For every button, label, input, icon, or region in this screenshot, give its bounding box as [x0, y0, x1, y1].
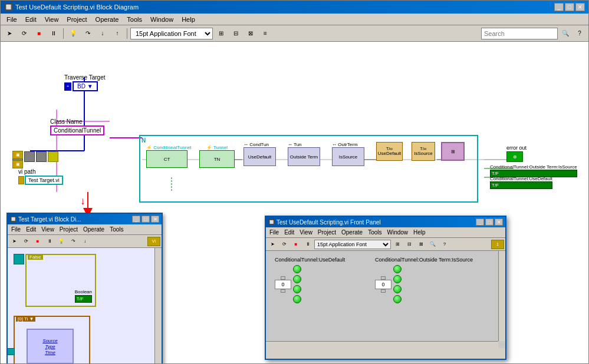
- fp-led2-4[interactable]: [393, 295, 402, 303]
- align-btn[interactable]: ⊞: [215, 27, 228, 40]
- fp-run-cont-btn[interactable]: ⟳: [279, 240, 289, 249]
- help-button[interactable]: ?: [573, 27, 586, 40]
- traverse-target-value[interactable]: BD ▼: [73, 81, 98, 91]
- abort-btn[interactable]: ■: [32, 27, 45, 40]
- class-name-value[interactable]: ConditionalTunnel: [50, 125, 104, 135]
- traverse-target-group: Traverse Target + BD ▼: [64, 74, 105, 91]
- pause-btn[interactable]: ⏸: [47, 27, 60, 40]
- fp-menu-window[interactable]: Window: [384, 229, 410, 236]
- subvi-time[interactable]: Time: [45, 350, 55, 355]
- fp-led1-4[interactable]: [293, 295, 301, 303]
- fp-menu-file[interactable]: File: [267, 229, 281, 236]
- fp-led1-1[interactable]: [293, 265, 301, 273]
- fp-search-btn[interactable]: 🔍: [427, 240, 438, 249]
- minimize-button[interactable]: _: [554, 3, 564, 11]
- child-step-into[interactable]: ↓: [80, 237, 90, 246]
- menu-file[interactable]: File: [3, 15, 21, 24]
- fp-dist-btn[interactable]: ⊟: [404, 240, 414, 249]
- fp-led2-3[interactable]: [393, 285, 402, 293]
- conn-icon-1: ▣: [12, 151, 23, 159]
- distribute-btn[interactable]: ⊟: [229, 27, 242, 40]
- close-button[interactable]: ✕: [575, 3, 585, 11]
- child-scrollbar-v[interactable]: [154, 248, 162, 363]
- menu-project[interactable]: Project: [63, 15, 90, 24]
- fp-leds2: [393, 265, 402, 303]
- step-out-btn[interactable]: ↑: [111, 27, 124, 40]
- red-arrow: ↓: [80, 195, 85, 207]
- fp-run-btn[interactable]: ➤: [267, 240, 278, 249]
- fp-indicator2-label: ConditionalTunnel:Outside Term:IsSource: [375, 257, 473, 263]
- reorder-btn[interactable]: ≡: [259, 27, 272, 40]
- fp-led2-1[interactable]: [393, 265, 402, 273]
- fp-vi-icon: 1: [491, 240, 504, 249]
- fp-menu-view[interactable]: View: [297, 229, 315, 236]
- fp-menu-tools[interactable]: Tools: [366, 229, 384, 236]
- child-light-btn[interactable]: 💡: [56, 237, 67, 246]
- fp-app-icon: 🔲: [268, 219, 275, 225]
- outrterm-body: IsSource: [332, 147, 364, 166]
- title-bar-left: 🔲 Test UseDefault Scripting.vi Block Dia…: [4, 3, 139, 11]
- child-minimize-btn[interactable]: _: [132, 216, 140, 223]
- child-abort-btn[interactable]: ■: [32, 237, 43, 246]
- menu-help[interactable]: Help: [178, 15, 199, 24]
- child-menu-file[interactable]: File: [9, 226, 23, 233]
- child-menu-edit[interactable]: Edit: [24, 226, 38, 233]
- child-maximize-btn[interactable]: □: [142, 216, 150, 223]
- run-arrow-btn[interactable]: ➤: [3, 27, 16, 40]
- subvi-icon[interactable]: [48, 151, 58, 162]
- fp-scrollbar-h[interactable]: [266, 341, 498, 348]
- fp-num2-down[interactable]: [381, 289, 386, 293]
- fp-num1-down[interactable]: [281, 289, 285, 293]
- vi-path-value[interactable]: Test Target.vi: [25, 176, 63, 185]
- child-step-over[interactable]: ↷: [68, 237, 78, 246]
- fp-led2-2[interactable]: [393, 275, 402, 283]
- menu-tools[interactable]: Tools: [123, 15, 146, 24]
- menu-window[interactable]: Window: [147, 15, 177, 24]
- fp-resize-btn[interactable]: ⊠: [416, 240, 426, 249]
- fp-menu-edit[interactable]: Edit: [282, 229, 297, 236]
- array-selector-label: [0] Ti ▼: [16, 316, 35, 322]
- issource-icon: T/∞: [420, 147, 426, 151]
- child-menu-tools[interactable]: Tools: [107, 226, 126, 233]
- fp-num2-container: 0: [375, 276, 391, 293]
- search-button[interactable]: 🔍: [559, 27, 572, 40]
- fp-pause-btn[interactable]: ⏸: [302, 240, 313, 249]
- output2-label: ConditionalTunnel:UseDefault: [490, 176, 552, 181]
- menu-view[interactable]: View: [41, 15, 62, 24]
- child-menu-view[interactable]: View: [39, 226, 57, 233]
- run-cont-btn[interactable]: ⟳: [18, 27, 31, 40]
- font-dropdown[interactable]: 15pt Application Font: [130, 28, 213, 39]
- subvi-source[interactable]: Source: [42, 338, 57, 343]
- tool-icon-3[interactable]: [36, 151, 47, 162]
- fp-led1-3[interactable]: [293, 285, 301, 293]
- child-run-btn[interactable]: ➤: [9, 237, 19, 246]
- fp-menu-help[interactable]: Help: [411, 229, 428, 236]
- maximize-button[interactable]: □: [565, 3, 574, 11]
- fp-help-btn[interactable]: ?: [439, 240, 450, 249]
- fp-minimize-btn[interactable]: _: [476, 219, 484, 226]
- child-close-btn[interactable]: ✕: [151, 216, 159, 223]
- menu-edit[interactable]: Edit: [22, 15, 40, 24]
- fp-led1-2[interactable]: [293, 275, 301, 283]
- fp-align-btn[interactable]: ⊞: [392, 240, 403, 249]
- fp-scrollbar-v[interactable]: [498, 251, 505, 341]
- resize-btn[interactable]: ⊠: [244, 27, 257, 40]
- step-into-btn[interactable]: ↓: [96, 27, 109, 40]
- child-run-cont-btn[interactable]: ⟳: [21, 237, 31, 246]
- step-over-btn[interactable]: ↷: [81, 27, 94, 40]
- child-pause-btn[interactable]: ⏸: [44, 237, 55, 246]
- menu-operate[interactable]: Operate: [92, 15, 123, 24]
- search-input[interactable]: [481, 28, 558, 39]
- child-menu-operate[interactable]: Operate: [81, 226, 107, 233]
- tool-icon-2[interactable]: [24, 151, 35, 162]
- child-menu-project[interactable]: Project: [57, 226, 80, 233]
- fp-menu-operate[interactable]: Operate: [339, 229, 365, 236]
- fp-maximize-btn[interactable]: □: [485, 219, 493, 226]
- fp-close-btn[interactable]: ✕: [495, 219, 503, 226]
- highlight-btn[interactable]: 💡: [67, 27, 80, 40]
- fp-abort-btn[interactable]: ■: [291, 240, 301, 249]
- fp-font-dropdown[interactable]: 15pt Application Font: [314, 240, 391, 249]
- fp-menu-project[interactable]: Project: [315, 229, 338, 236]
- subvi-type[interactable]: Type: [45, 344, 55, 349]
- child-bd-title-bar: 🔲 Test Target.vi Block Di... _ □ ✕: [8, 214, 162, 224]
